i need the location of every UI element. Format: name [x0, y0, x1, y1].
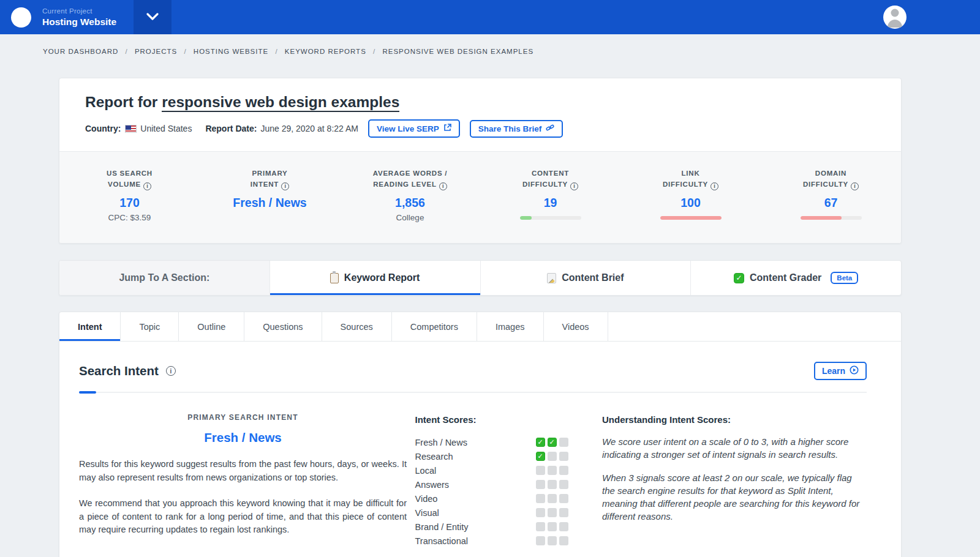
- report-title-prefix: Report for: [85, 94, 162, 110]
- play-circle-icon: [850, 365, 859, 376]
- intent-score-boxes: [536, 480, 568, 489]
- understanding-intent-column: Understanding Intent Scores: We score us…: [602, 413, 867, 550]
- section-content-grader[interactable]: ✓ Content Grader Beta: [691, 261, 901, 295]
- intent-score-row: Local: [415, 466, 594, 475]
- intent-score-label: Transactional: [415, 536, 469, 546]
- page-title: Report for responsive web design example…: [85, 94, 875, 111]
- section-nav: Jump To A Section: Keyword Report Conten…: [59, 260, 902, 296]
- info-icon[interactable]: i: [710, 182, 718, 190]
- section-keyword-report[interactable]: Keyword Report: [270, 261, 481, 295]
- top-bar: Current Project Hosting Website: [0, 0, 980, 34]
- intent-score-row: Fresh / News: [415, 438, 594, 447]
- info-icon[interactable]: i: [281, 182, 289, 190]
- understanding-paragraph-2: When 3 signals score at least 2 on our s…: [602, 471, 867, 523]
- breadcrumb: YOUR DASHBOARD / PROJECTS / HOSTING WEBS…: [0, 34, 980, 55]
- share-brief-button[interactable]: Share This Brief: [470, 120, 564, 138]
- external-link-icon: [443, 124, 451, 133]
- understanding-intent-title: Understanding Intent Scores:: [602, 414, 867, 425]
- intent-score-row: Visual: [415, 508, 594, 517]
- beta-badge: Beta: [831, 272, 858, 284]
- primary-intent-column: PRIMARY SEARCH INTENT Fresh / News Resul…: [79, 413, 407, 550]
- understanding-paragraph-1: We score user intent on a scale of 0 to …: [602, 435, 867, 461]
- current-project-block[interactable]: Current Project Hosting Website: [42, 7, 116, 28]
- learn-button[interactable]: Learn: [814, 362, 867, 380]
- intent-score-label: Fresh / News: [415, 438, 467, 447]
- intent-score-row: Transactional: [415, 536, 594, 545]
- chevron-down-icon: [146, 12, 159, 23]
- intent-score-boxes: [536, 466, 568, 475]
- project-logo-avatar[interactable]: [11, 7, 31, 28]
- intent-score-boxes: [536, 536, 568, 545]
- stat-value: 100: [620, 196, 761, 210]
- section-label: Content Grader: [750, 272, 821, 283]
- current-project-label: Current Project: [42, 7, 116, 15]
- intent-score-row: Answers: [415, 480, 594, 489]
- breadcrumb-item-dashboard[interactable]: YOUR DASHBOARD: [43, 48, 118, 55]
- person-icon: [883, 6, 907, 29]
- difficulty-bar: [520, 216, 581, 220]
- country-value: United States: [140, 124, 192, 133]
- report-meta-row: Country: United States Report Date: June…: [85, 119, 875, 138]
- stat-us-search-volume: US SearchVolumei 170 CPC: $3.59: [59, 168, 200, 222]
- info-icon[interactable]: i: [439, 182, 447, 190]
- report-header: Report for responsive web design example…: [59, 78, 901, 151]
- info-icon[interactable]: i: [143, 182, 151, 190]
- breadcrumb-item-projects[interactable]: PROJECTS: [135, 48, 177, 55]
- green-check-icon: ✓: [734, 273, 744, 283]
- intent-score-label: Video: [415, 494, 438, 504]
- tab-competitors[interactable]: Competitors: [392, 312, 477, 341]
- breadcrumb-item-current: RESPONSIVE WEB DESIGN EXAMPLES: [382, 48, 533, 55]
- intent-description-paragraph: Results for this keyword suggest results…: [79, 458, 407, 484]
- report-date-value: June 29, 2020 at 8:22 AM: [260, 124, 358, 133]
- intent-score-row: Research: [415, 452, 594, 461]
- info-icon[interactable]: i: [570, 182, 578, 190]
- stat-primary-intent: PrimaryIntenti Fresh / News: [200, 168, 340, 222]
- intent-score-row: Video: [415, 494, 594, 503]
- view-live-serp-button[interactable]: View Live SERP: [368, 119, 460, 138]
- intent-score-label: Research: [415, 452, 453, 462]
- serp-button-label: View Live SERP: [377, 124, 439, 133]
- breadcrumb-separator: /: [184, 48, 186, 55]
- stat-value: 67: [761, 196, 901, 210]
- stat-average-words: Average Words /Reading Leveli 1,856 Coll…: [340, 168, 480, 222]
- info-icon[interactable]: i: [166, 366, 176, 376]
- section-label: Keyword Report: [344, 272, 420, 283]
- tab-topic[interactable]: Topic: [121, 312, 179, 341]
- project-dropdown-button[interactable]: [134, 0, 172, 34]
- tab-intent[interactable]: Intent: [59, 312, 121, 341]
- report-keyword: responsive web design examples: [162, 94, 399, 112]
- intent-scores-list: Fresh / News Research Local Answers: [415, 438, 594, 545]
- memo-pencil-icon: [547, 273, 556, 283]
- intent-score-boxes: [536, 522, 568, 531]
- tab-videos[interactable]: Videos: [544, 312, 608, 341]
- intent-score-label: Answers: [415, 480, 450, 490]
- difficulty-bar: [801, 216, 862, 220]
- tab-questions[interactable]: Questions: [244, 312, 322, 341]
- link-icon: [546, 124, 554, 133]
- breadcrumb-item-hosting-website[interactable]: HOSTING WEBSITE: [194, 48, 268, 55]
- intent-scores-column: Intent Scores: Fresh / News Research Loc…: [415, 413, 594, 550]
- stat-value: Fresh / News: [200, 196, 340, 210]
- us-flag-icon: [125, 125, 137, 133]
- report-date-label: Report Date:: [205, 124, 257, 133]
- stat-link-difficulty: LinkDifficultyi 100: [620, 168, 761, 222]
- intent-score-label: Visual: [415, 508, 439, 518]
- info-icon[interactable]: i: [851, 182, 859, 190]
- user-avatar[interactable]: [883, 6, 907, 29]
- search-intent-section: Search Intent i Learn PRIMARY SEARCH INT…: [59, 342, 901, 557]
- difficulty-bar: [660, 216, 722, 220]
- report-tabs-card: Intent Topic Outline Questions Sources C…: [59, 312, 902, 557]
- breadcrumb-item-keyword-reports[interactable]: KEYWORD REPORTS: [285, 48, 366, 55]
- breadcrumb-separator: /: [275, 48, 277, 55]
- intent-score-boxes: [536, 508, 568, 517]
- intent-score-boxes: [536, 452, 568, 461]
- tab-sources[interactable]: Sources: [322, 312, 392, 341]
- stats-strip: US SearchVolumei 170 CPC: $3.59 PrimaryI…: [59, 151, 901, 243]
- tab-images[interactable]: Images: [477, 312, 544, 341]
- intent-score-boxes: [536, 438, 568, 447]
- tab-outline[interactable]: Outline: [179, 312, 244, 341]
- section-content-brief[interactable]: Content Brief: [481, 261, 692, 295]
- learn-button-label: Learn: [822, 366, 845, 376]
- intent-score-boxes: [536, 494, 568, 503]
- current-project-name: Hosting Website: [42, 16, 116, 28]
